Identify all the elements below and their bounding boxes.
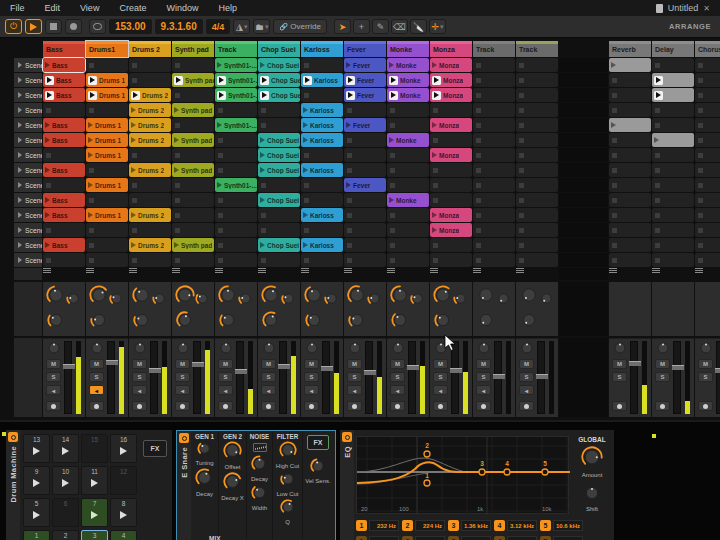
fader-handle[interactable] <box>629 361 641 366</box>
solo-button[interactable]: S <box>218 372 233 382</box>
track-header-track[interactable]: Track <box>516 41 558 57</box>
drum-pad-7[interactable]: 7 <box>81 498 108 527</box>
clip-slot-empty[interactable] <box>695 193 720 207</box>
pan-knob[interactable] <box>175 340 191 360</box>
send-knob-delay[interactable] <box>281 291 296 310</box>
pan-knob[interactable] <box>261 340 277 360</box>
clip-slot-empty[interactable] <box>473 118 515 132</box>
send-knob-chorus[interactable] <box>477 311 495 333</box>
solo-button[interactable]: S <box>347 372 362 382</box>
fader-handle[interactable] <box>235 369 247 374</box>
send-knob-reverb[interactable] <box>433 285 453 309</box>
clip-chop-suei[interactable]: Chop Suei <box>258 133 300 147</box>
pointer-tool-button[interactable]: ➤ <box>334 19 351 34</box>
record-arm-button[interactable] <box>89 401 104 411</box>
clip-slot-empty[interactable] <box>86 103 128 117</box>
monitor-button[interactable]: ◂ <box>519 385 534 395</box>
clip-monza[interactable]: Monza <box>430 223 472 237</box>
band-number-badge[interactable]: 4 <box>494 520 505 531</box>
clip-slot-empty[interactable] <box>473 58 515 72</box>
volume-fader[interactable] <box>64 341 72 414</box>
clip-slot-empty[interactable] <box>609 178 651 192</box>
scene-launch-10[interactable]: Scene 10 <box>14 193 42 207</box>
clip-slot-empty[interactable] <box>609 193 651 207</box>
knife-tool-button[interactable]: 🔪 <box>410 19 427 34</box>
clip-monke[interactable]: Monke <box>387 193 429 207</box>
clip-slot-empty[interactable] <box>387 253 429 267</box>
track-header-bass[interactable]: Bass <box>43 41 85 57</box>
clip-drums-2[interactable]: Drums 2 <box>129 118 171 132</box>
clip-menu-icon[interactable] <box>129 268 171 273</box>
drum-pad-12[interactable]: 12 <box>110 466 137 495</box>
decay-knob[interactable] <box>195 468 214 491</box>
monitor-button[interactable]: ◂ <box>390 385 405 395</box>
clip-slot-empty[interactable] <box>473 178 515 192</box>
clip-slot-empty[interactable] <box>652 103 694 117</box>
clip-monza[interactable]: Monza <box>430 118 472 132</box>
scene-launch-11[interactable]: Scene 11 <box>14 208 42 222</box>
clip-slot-empty[interactable] <box>215 193 257 207</box>
clip-slot-empty[interactable] <box>652 118 694 132</box>
clip-slot-empty[interactable] <box>430 163 472 177</box>
send-knob-reverb[interactable] <box>218 285 238 309</box>
clip-slot-empty[interactable] <box>430 133 472 147</box>
clip-slot-empty[interactable] <box>387 148 429 162</box>
send-knob-delay[interactable] <box>109 291 124 310</box>
decay-knob[interactable] <box>251 455 268 476</box>
clip-slot-empty[interactable] <box>129 193 171 207</box>
clip-slot-empty[interactable] <box>516 238 558 252</box>
fader-handle[interactable] <box>106 360 118 365</box>
pan-knob[interactable] <box>519 340 535 360</box>
drum-pad-8[interactable]: 8 <box>110 498 137 527</box>
clip-slot-empty[interactable] <box>473 88 515 102</box>
send-knob-reverb[interactable] <box>132 285 152 309</box>
send-knob-chorus[interactable] <box>47 311 65 333</box>
clip-monza[interactable]: Monza <box>430 148 472 162</box>
record-arm-button[interactable] <box>347 401 362 411</box>
clip-bass[interactable]: Bass <box>43 193 85 207</box>
clip-slot-empty[interactable] <box>43 103 85 117</box>
clip-drums-1[interactable]: Drums 1 <box>86 133 128 147</box>
mute-button[interactable]: M <box>304 359 319 369</box>
time-signature[interactable]: 4/4 <box>206 19 231 34</box>
send-knob-reverb[interactable] <box>519 285 539 309</box>
scene-launch-4[interactable]: Scene 4 <box>14 103 42 117</box>
clip-karloss[interactable]: Karloss <box>301 238 343 252</box>
clip-menu-icon[interactable] <box>473 268 515 273</box>
loop-button[interactable] <box>89 19 106 34</box>
volume-fader[interactable] <box>537 341 545 414</box>
width-knob[interactable] <box>251 484 268 505</box>
clip-slot-empty[interactable] <box>86 238 128 252</box>
scene-launch-8[interactable]: Scene 8 <box>14 163 42 177</box>
solo-button[interactable]: S <box>132 372 147 382</box>
band-number-badge[interactable]: 1 <box>356 520 367 531</box>
low-cut-knob[interactable] <box>280 471 296 491</box>
menu-help[interactable]: Help <box>208 3 247 13</box>
clip-menu-icon[interactable] <box>86 268 128 273</box>
automation-mode-button[interactable]: 🖿▾ <box>253 19 270 34</box>
mute-button[interactable]: M <box>390 359 405 369</box>
solo-button[interactable]: S <box>519 372 534 382</box>
fader-handle[interactable] <box>450 368 462 373</box>
clip-drums-1[interactable]: Drums 1 <box>86 73 128 87</box>
clip-slot-empty[interactable] <box>301 223 343 237</box>
send-knob-delay[interactable] <box>152 291 167 310</box>
clip-synth-pad[interactable]: Synth pad <box>172 238 214 252</box>
clip-fever[interactable]: Fever <box>344 118 386 132</box>
track-header-drums-2[interactable]: Drums 2 <box>129 41 171 57</box>
clip-slot-empty[interactable] <box>430 103 472 117</box>
clip-slot-empty[interactable] <box>344 238 386 252</box>
send-knob-delay[interactable] <box>195 291 210 310</box>
drum-machine-fx-button[interactable]: FX <box>143 440 167 457</box>
clip-slot-empty[interactable] <box>215 163 257 177</box>
clip-slot-empty[interactable] <box>172 148 214 162</box>
clip-synth01-[interactable]: Synth01-... <box>215 58 257 72</box>
record-arm-button[interactable] <box>476 401 491 411</box>
monitor-button[interactable]: ◂ <box>218 385 233 395</box>
drum-pad-1[interactable]: 1 <box>23 530 50 540</box>
clip-slot-empty[interactable] <box>473 223 515 237</box>
clip-chop-suei[interactable]: Chop Suei <box>258 148 300 162</box>
solo-button[interactable]: S <box>390 372 405 382</box>
clip-monke[interactable]: Monke <box>387 58 429 72</box>
device-eq[interactable]: EQ 12345201001k10k 1232 Hz2224 Hz31.36 k… <box>340 430 614 540</box>
